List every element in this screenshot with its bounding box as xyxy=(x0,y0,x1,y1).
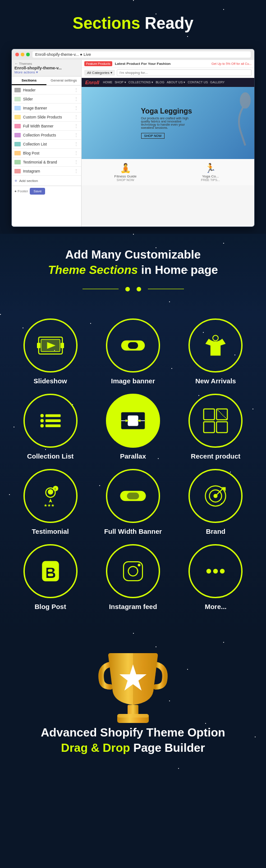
browser-dot-yellow xyxy=(21,53,24,56)
sidebar-item-instagram[interactable]: Instagram⋮ xyxy=(12,167,81,176)
sidebar-item-custom-slide[interactable]: Custom Slide Products⋮ xyxy=(12,113,81,122)
more-label: More... xyxy=(205,603,226,610)
admin-interface: ← Themes Enroll-shopify-theme-v... More … xyxy=(12,60,254,227)
image-banner-icon xyxy=(119,332,147,359)
site-nav: Enroll HOME SHOP ▾ COLLECTIONS ▾ BLOG AB… xyxy=(82,78,254,87)
nav-shop: SHOP ▾ xyxy=(115,81,126,84)
svg-rect-52 xyxy=(117,714,149,718)
new-arrivals-icon-circle xyxy=(188,318,243,373)
icons-grid: Slideshow Image banner New Arrivals xyxy=(0,314,266,633)
browser-bar: Enroll-shopify-theme-v... ● Live xyxy=(12,49,254,60)
search-input[interactable] xyxy=(117,69,252,76)
browser-dot-green xyxy=(26,53,30,56)
svg-point-45 xyxy=(138,564,140,566)
image-banner-label: Image banner xyxy=(111,377,155,385)
footer-title-line1: Advanced Shopify Theme Option xyxy=(41,726,225,739)
sidebar-item-slider[interactable]: Slider⋮ xyxy=(12,95,81,104)
sidebar-footer: ● Footer Save xyxy=(12,186,81,196)
testimonial-icon: ★★★ ! xyxy=(37,482,64,509)
recent-product-label: Recent product xyxy=(191,452,240,460)
hero-heading: Yoga Leggings xyxy=(141,107,195,115)
instagram-label: Instagram feed xyxy=(109,603,157,610)
blog-post-icon xyxy=(37,558,64,585)
testimonial-icon-circle: ★★★ ! xyxy=(23,469,78,523)
sidebar-item-collection-products[interactable]: Collection Products⋮ xyxy=(12,131,81,140)
customize-title: Add Many Customizable Theme Sections in … xyxy=(9,247,257,278)
recent-product-icon xyxy=(202,407,229,434)
sidebar-tabs: Sections General settings xyxy=(12,77,81,86)
parallax-icon xyxy=(119,407,147,434)
sidebar-item-testimonial[interactable]: Testimonial & Brand⋮ xyxy=(12,158,81,167)
svg-rect-8 xyxy=(128,342,138,349)
feature-new-arrivals: New Arrivals xyxy=(179,318,252,385)
divider xyxy=(9,287,257,291)
add-section-button[interactable]: + Add section xyxy=(12,176,81,186)
nav-about: ABOUT US ▾ xyxy=(167,81,186,84)
shop-now-button[interactable]: SHOP NOW xyxy=(141,133,165,139)
nav-collections: COLLECTIONS ▾ xyxy=(128,81,153,84)
hero-title: Sections Ready xyxy=(9,14,257,33)
tab-sections[interactable]: Sections xyxy=(12,77,46,85)
brand-label: Brand xyxy=(206,527,225,535)
svg-rect-41 xyxy=(48,569,53,572)
customize-section: Add Many Customizable Theme Sections in … xyxy=(0,234,266,314)
slideshow-icon-circle xyxy=(23,318,78,373)
instagram-icon xyxy=(119,558,147,585)
site-logo: Enroll xyxy=(85,80,99,85)
parallax-label: Parallax xyxy=(120,452,146,460)
save-button[interactable]: Save xyxy=(30,188,45,195)
collection-list-icon xyxy=(37,407,64,434)
trophy-icon xyxy=(97,646,169,718)
svg-line-38 xyxy=(217,488,223,495)
svg-point-28 xyxy=(48,489,53,495)
svg-point-9 xyxy=(213,335,218,341)
more-icon xyxy=(202,558,229,585)
svg-point-14 xyxy=(40,424,44,427)
hero-subtext: Our products are crafted with high quali… xyxy=(141,117,195,129)
svg-marker-29 xyxy=(49,499,52,503)
feature-badge: Feature Products xyxy=(84,61,112,66)
svg-rect-34 xyxy=(127,492,139,499)
svg-point-44 xyxy=(128,566,138,576)
svg-point-46 xyxy=(206,569,211,574)
hero-section: Sections Ready xyxy=(0,0,266,42)
site-header-bar: Feature Products Latest Product For Your… xyxy=(82,60,254,68)
trophy-section: Advanced Shopify Theme Option Drag & Dro… xyxy=(0,633,266,774)
sidebar-item-header[interactable]: Header⋮ xyxy=(12,86,81,95)
collection-list-label: Collection List xyxy=(27,452,73,460)
tab-general-settings[interactable]: General settings xyxy=(46,77,81,85)
browser-url: Enroll-shopify-theme-v... ● Live xyxy=(32,51,251,58)
sidebar-item-blog-post[interactable]: Blog Post⋮ xyxy=(12,149,81,158)
svg-line-26 xyxy=(217,409,228,420)
sidebar-item-collection-list[interactable]: Collection List⋮ xyxy=(12,140,81,149)
nav-home: HOME xyxy=(103,81,112,84)
image-banner-icon-circle xyxy=(106,318,160,373)
feature-blog-post: Blog Post xyxy=(14,544,87,610)
full-width-banner-label: Full Width Banner xyxy=(104,527,162,535)
admin-sidebar: ← Themes Enroll-shopify-theme-v... More … xyxy=(12,60,82,227)
feature-full-width-banner: Full Width Banner xyxy=(97,469,169,535)
divider-dot-right xyxy=(137,287,141,291)
fitness-row: 🧘 Fitness Guide SHOP NOW 🏃 Yoga Co... FR… xyxy=(82,159,254,185)
nav-gallery: GALLERY xyxy=(210,81,225,84)
sidebar-item-image-banner[interactable]: Image Banner⋮ xyxy=(12,104,81,113)
yoga-label: Yoga Co... xyxy=(170,174,251,178)
full-width-banner-icon xyxy=(119,482,147,509)
svg-rect-15 xyxy=(45,424,60,427)
browser-dot-red xyxy=(15,53,19,56)
svg-rect-22 xyxy=(204,409,215,420)
instagram-icon-circle xyxy=(106,544,160,598)
site-preview: Feature Products Latest Product For Your… xyxy=(82,60,254,227)
svg-rect-42 xyxy=(48,573,53,576)
nav-contact: CONTACT US xyxy=(188,81,208,84)
feature-brand: Brand xyxy=(179,469,252,535)
parallax-icon-circle xyxy=(106,394,160,448)
customize-title-line1: Add Many Customizable xyxy=(65,248,201,261)
browser-dots xyxy=(15,53,30,56)
svg-rect-11 xyxy=(45,414,60,417)
hero-banner: Yoga Leggings Our products are crafted w… xyxy=(82,87,254,159)
feature-parallax: Parallax xyxy=(97,394,169,460)
bottom-title: Advanced Shopify Theme Option Drag & Dro… xyxy=(9,725,257,756)
sidebar-item-full-width[interactable]: Full Width Banner⋮ xyxy=(12,122,81,131)
svg-point-0 xyxy=(240,92,251,109)
